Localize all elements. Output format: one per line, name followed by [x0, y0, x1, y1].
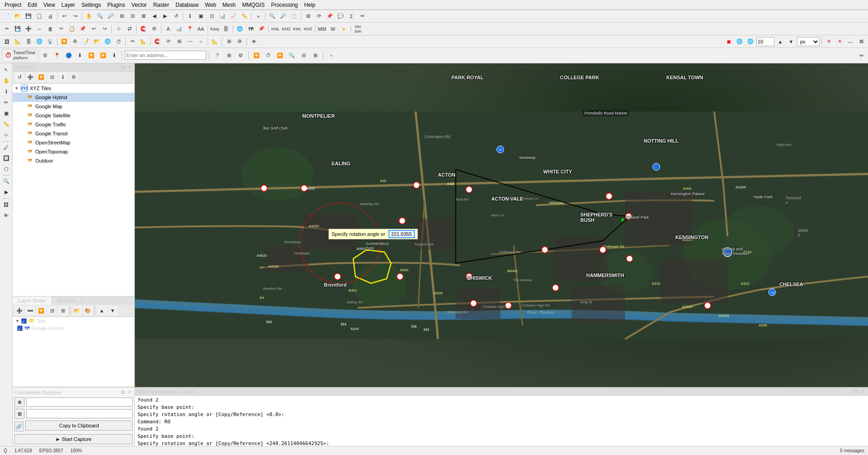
- lv-identify-btn[interactable]: ℹ: [1, 87, 11, 97]
- lv-dig-btn[interactable]: ⬡: [1, 164, 11, 174]
- filter8-btn[interactable]: ⊞: [310, 50, 320, 60]
- undo-edit-btn[interactable]: ↩: [89, 24, 99, 34]
- lv-select-btn[interactable]: ▣: [1, 109, 11, 119]
- coord-link-btn[interactable]: 🔗: [14, 421, 24, 431]
- save-as-btn[interactable]: 📋: [34, 11, 44, 21]
- toggle-edit-btn[interactable]: ✏: [2, 24, 12, 34]
- menu-vector[interactable]: Vector: [129, 1, 150, 9]
- browser-tab[interactable]: Browser: [52, 297, 81, 305]
- open-table-btn[interactable]: 📊: [218, 11, 228, 21]
- add-wfs-btn[interactable]: 📡: [45, 37, 55, 47]
- browser-refresh-btn[interactable]: ↺: [14, 72, 24, 82]
- outdoor-item[interactable]: 🗺 Outdoor: [13, 156, 134, 165]
- snap-config-btn[interactable]: ⚙: [149, 24, 159, 34]
- tt-mode1-btn[interactable]: 🔵: [64, 50, 74, 60]
- orange-btn[interactable]: ●: [339, 24, 349, 34]
- pin-label-btn[interactable]: 📌: [325, 11, 335, 21]
- kml-btn[interactable]: KML: [270, 24, 280, 34]
- coord-grid-btn[interactable]: ⊞: [14, 409, 24, 419]
- openstreetmap-item[interactable]: 🗺 OpenStreetMap: [13, 138, 134, 147]
- save-project-btn[interactable]: 💾: [24, 11, 33, 21]
- tt-extra-btn[interactable]: ⊞: [224, 50, 234, 60]
- lv-edit-btn[interactable]: ✏: [1, 98, 11, 108]
- scale-up-btn[interactable]: ▲: [775, 37, 785, 47]
- extra-btn[interactable]: W: [328, 24, 338, 34]
- coord-y-input[interactable]: [26, 409, 133, 418]
- node-tool-btn[interactable]: ⊹: [114, 24, 123, 34]
- close-x-btn[interactable]: ✕: [824, 37, 834, 47]
- redo-btn[interactable]: ↪: [70, 11, 80, 21]
- add-feature-btn[interactable]: ➕: [24, 24, 33, 34]
- browser-settings-btn[interactable]: ⚙: [69, 72, 79, 82]
- label-btn[interactable]: A: [163, 24, 173, 34]
- add-raster-btn[interactable]: 🖼: [2, 37, 12, 47]
- layer-notes-btn[interactable]: 📝: [81, 37, 91, 47]
- measure-btn[interactable]: 📏: [239, 11, 249, 21]
- test-checkbox[interactable]: ✓: [21, 318, 27, 324]
- db-btn[interactable]: 🗄: [221, 24, 231, 34]
- print-btn[interactable]: 🖨: [45, 11, 55, 21]
- menu-view[interactable]: View: [41, 1, 58, 9]
- browser-float-btn[interactable]: ⧉: [120, 64, 126, 70]
- kml2-btn[interactable]: KML: [292, 24, 302, 34]
- layers-filter-btn[interactable]: 🔽: [36, 306, 46, 316]
- menu-raster[interactable]: Raster: [151, 1, 172, 9]
- layers-style-btn[interactable]: 🎨: [83, 306, 93, 316]
- select-area-btn[interactable]: ⬚: [289, 11, 299, 21]
- nnjoin-btn[interactable]: NN Join: [353, 24, 363, 34]
- pan-btn[interactable]: ✋: [84, 11, 94, 21]
- google-transit-item[interactable]: 🗺 Google Transit: [13, 129, 134, 138]
- close2-btn[interactable]: ✕: [835, 37, 844, 47]
- temporal-btn[interactable]: ⏱: [114, 37, 123, 47]
- layers-open-btn[interactable]: 📂: [72, 306, 82, 316]
- menu-plugins[interactable]: Plugins: [104, 1, 128, 9]
- lv-node-btn[interactable]: ⊹: [1, 130, 11, 140]
- add-vector-btn[interactable]: 📐: [13, 37, 23, 47]
- gh-layer-checkbox[interactable]: ✓: [17, 326, 23, 331]
- lv-pan-btn[interactable]: ✋: [1, 76, 11, 86]
- opentopomap-item[interactable]: 🗺 OpenTopomap: [13, 147, 134, 156]
- kmz-btn[interactable]: KMZ: [281, 24, 291, 34]
- identify-btn[interactable]: ℹ: [185, 11, 195, 21]
- cut-feature-btn[interactable]: ✂: [56, 24, 66, 34]
- crs-btn[interactable]: 🌐: [735, 37, 745, 47]
- lv-arrow-btn[interactable]: ▶: [1, 187, 11, 197]
- unit-select[interactable]: px: [797, 37, 820, 46]
- scale-down-btn[interactable]: ▼: [786, 37, 796, 47]
- zoom-full-btn[interactable]: ⊞: [117, 11, 127, 21]
- snap-btn[interactable]: 🧲: [138, 24, 148, 34]
- tt-filter2-btn[interactable]: 🔽: [98, 50, 108, 60]
- tt-filter-btn[interactable]: 🔽: [86, 50, 96, 60]
- menu-mesh[interactable]: Mesh: [220, 1, 238, 9]
- deselect-btn[interactable]: ⊡: [207, 11, 217, 21]
- tb-more-btn[interactable]: »: [326, 50, 336, 60]
- red-stop-btn[interactable]: ⏹: [724, 37, 734, 47]
- add-db-btn[interactable]: 🗄: [24, 37, 33, 47]
- lv-annotation-btn[interactable]: 🖊: [1, 143, 11, 153]
- zoom-out-btn[interactable]: 🔎: [106, 11, 116, 21]
- coord-x-input[interactable]: [26, 398, 133, 407]
- simplify-btn[interactable]: 〰: [185, 37, 195, 47]
- lv-cursor-btn[interactable]: ↖: [1, 65, 11, 75]
- xyz-tiles-group[interactable]: ▼ XYZ XYZ Tiles: [13, 84, 134, 93]
- zoom-in-btn[interactable]: 🔍: [95, 11, 105, 21]
- scale-btn[interactable]: ⊞: [174, 37, 184, 47]
- browser-add-btn[interactable]: ➕: [25, 72, 35, 82]
- filter5-btn[interactable]: 🔽: [275, 50, 285, 60]
- qad-close-btn[interactable]: ✕: [859, 388, 865, 394]
- zoom-selection-btn[interactable]: ⊟: [128, 11, 138, 21]
- tt-filter3-btn[interactable]: ⬇: [109, 50, 119, 60]
- menu-layer[interactable]: Layer: [59, 1, 78, 9]
- copy-to-clipboard-btn[interactable]: Copy to Clipboard: [25, 421, 133, 431]
- tt-feature-btn[interactable]: 📍: [52, 50, 62, 60]
- menu-settings[interactable]: Settings: [79, 1, 104, 9]
- browser-props-btn[interactable]: ℹ: [58, 72, 68, 82]
- google-hybrid-item[interactable]: 🗺 Google Hybrid: [13, 93, 134, 102]
- more-btn[interactable]: »: [253, 11, 263, 21]
- save-layer-btn[interactable]: 💾: [13, 24, 23, 34]
- menu-edit[interactable]: Edit: [25, 1, 40, 9]
- copy-feature-btn[interactable]: 📋: [67, 24, 77, 34]
- snap-to-grid-btn[interactable]: ⊠: [856, 37, 866, 47]
- open-project-btn[interactable]: 📂: [13, 11, 23, 21]
- lv-measure-btn[interactable]: 📏: [1, 120, 11, 129]
